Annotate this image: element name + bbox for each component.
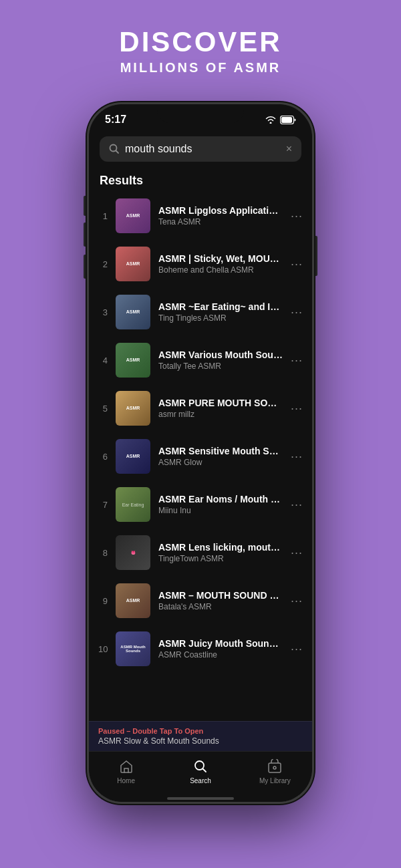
search-input[interactable]: mouth sounds — [125, 143, 281, 155]
search-tab-icon — [192, 758, 209, 774]
result-item[interactable]: 1 ASMR ASMR Lipgloss Application (.. Ten… — [89, 192, 312, 240]
result-info: ASMR | Sticky, Wet, MOUTH S... Boheme an… — [158, 253, 283, 275]
search-bar[interactable]: mouth sounds × — [100, 136, 301, 162]
result-artist: Miinu Inu — [158, 506, 283, 515]
result-thumbnail: ASMR — [116, 247, 150, 281]
result-artist: asmr millz — [158, 410, 283, 419]
result-item[interactable]: 2 ASMR ASMR | Sticky, Wet, MOUTH S... Bo… — [89, 240, 312, 288]
result-title: ASMR Lens licking, mouth so... — [158, 542, 283, 553]
phone-screen: 5:17 — [89, 104, 312, 802]
result-number: 6 — [98, 452, 108, 462]
page-subtitle: MILLIONS OF ASMR — [119, 60, 281, 76]
result-info: ASMR Various Mouth Sounds... Totally Tee… — [158, 349, 283, 371]
power-button — [315, 236, 317, 276]
svg-point-5 — [273, 766, 276, 769]
result-thumbnail: Ear Eating — [116, 487, 150, 522]
result-more-button[interactable]: ··· — [291, 209, 303, 223]
wifi-icon — [265, 116, 276, 124]
result-number: 3 — [98, 307, 108, 317]
result-artist: Totally Tee ASMR — [158, 361, 283, 371]
result-artist: TingleTown ASMR — [158, 554, 283, 563]
result-info: ASMR Sensitive Mouth Sound... ASMR Glow — [158, 446, 283, 467]
results-list: 1 ASMR ASMR Lipgloss Application (.. Ten… — [89, 192, 312, 721]
result-info: ASMR PURE MOUTH SOUND... asmr millz — [158, 398, 283, 419]
result-thumbnail: 👅 — [116, 535, 150, 570]
result-more-button[interactable]: ··· — [291, 353, 303, 368]
status-time: 5:17 — [105, 114, 126, 126]
tab-home[interactable]: Home — [89, 758, 163, 784]
search-bar-container: mouth sounds × — [89, 130, 312, 168]
result-item[interactable]: 9 ASMR ASMR – MOUTH SOUND TRI... Batala'… — [89, 577, 312, 625]
result-number: 9 — [98, 596, 108, 606]
result-artist: Boheme and Chella ASMR — [158, 265, 283, 275]
result-more-button[interactable]: ··· — [291, 498, 303, 512]
search-clear-button[interactable]: × — [286, 143, 292, 155]
result-number: 8 — [98, 548, 108, 558]
result-title: ASMR Lipgloss Application (.. — [158, 205, 283, 216]
home-icon — [118, 758, 134, 774]
result-info: ASMR Ear Noms / Mouth So... Miinu Inu — [158, 494, 283, 515]
result-title: ASMR Sensitive Mouth Sound... — [158, 446, 283, 456]
result-info: ASMR ~Ear Eating~ and Inte... Ting Tingl… — [158, 301, 283, 323]
result-item[interactable]: 5 ASMR ASMR PURE MOUTH SOUND... asmr mil… — [89, 384, 312, 432]
result-title: ASMR Ear Noms / Mouth So... — [158, 494, 283, 504]
results-container: Results 1 ASMR ASMR Lipgloss Application… — [89, 168, 312, 721]
result-number: 7 — [98, 500, 108, 510]
result-more-button[interactable]: ··· — [291, 257, 303, 271]
result-title: ASMR PURE MOUTH SOUND... — [158, 398, 283, 408]
phone-notch — [157, 104, 244, 123]
result-thumbnail: ASMR — [116, 583, 150, 618]
results-header: Results — [89, 168, 312, 192]
result-number: 5 — [98, 404, 108, 414]
phone-frame: 5:17 — [87, 102, 314, 804]
result-title: ASMR Various Mouth Sounds... — [158, 349, 283, 360]
tab-library-label: My Library — [259, 777, 291, 784]
result-thumbnail: ASMR — [116, 439, 150, 474]
battery-icon — [280, 116, 296, 124]
tab-search[interactable]: Search — [163, 758, 237, 784]
result-artist: ASMR Coastline — [158, 650, 283, 660]
result-more-button[interactable]: ··· — [291, 305, 303, 319]
result-number: 2 — [98, 259, 108, 269]
mute-button — [84, 196, 86, 216]
result-info: ASMR – MOUTH SOUND TRI... Batala's ASMR — [158, 590, 283, 611]
result-artist: Tena ASMR — [158, 217, 283, 227]
result-thumbnail: ASMR Mouth Sounds — [116, 631, 150, 666]
result-item[interactable]: 6 ASMR ASMR Sensitive Mouth Sound... ASM… — [89, 432, 312, 480]
result-artist: Ting Tingles ASMR — [158, 313, 283, 323]
result-info: ASMR Lens licking, mouth so... TingleTow… — [158, 542, 283, 563]
result-item[interactable]: 3 ASMR ASMR ~Ear Eating~ and Inte... Tin… — [89, 288, 312, 336]
result-item[interactable]: 7 Ear Eating ASMR Ear Noms / Mouth So...… — [89, 480, 312, 529]
tab-search-label: Search — [190, 777, 211, 784]
result-number: 4 — [98, 355, 108, 366]
tab-library[interactable]: My Library — [238, 758, 312, 784]
home-indicator — [89, 798, 312, 802]
svg-rect-1 — [281, 117, 292, 123]
result-title: ASMR | Sticky, Wet, MOUTH S... — [158, 253, 283, 264]
result-item[interactable]: 4 ASMR ASMR Various Mouth Sounds... Tota… — [89, 336, 312, 384]
result-more-button[interactable]: ··· — [291, 546, 303, 560]
now-playing-bar[interactable]: Paused – Double Tap To Open ASMR Slow & … — [89, 721, 312, 751]
home-indicator-bar — [167, 797, 234, 800]
result-item[interactable]: 10 ASMR Mouth Sounds ASMR Juicy Mouth So… — [89, 625, 312, 673]
status-icons — [265, 116, 296, 124]
result-more-button[interactable]: ··· — [291, 642, 303, 656]
result-more-button[interactable]: ··· — [291, 450, 303, 464]
result-thumbnail: ASMR — [116, 391, 150, 426]
volume-up-button — [84, 223, 86, 247]
result-title: ASMR Juicy Mouth Sounds... — [158, 638, 283, 649]
result-title: ASMR ~Ear Eating~ and Inte... — [158, 301, 283, 312]
tab-home-label: Home — [117, 777, 135, 784]
now-playing-track-title: ASMR Slow & Soft Mouth Sounds — [98, 736, 303, 746]
library-icon — [267, 758, 283, 774]
result-item[interactable]: 8 👅 ASMR Lens licking, mouth so... Tingl… — [89, 529, 312, 577]
now-playing-paused-label: Paused – Double Tap To Open — [98, 727, 303, 735]
tab-bar: Home Search — [89, 751, 312, 798]
result-info: ASMR Lipgloss Application (.. Tena ASMR — [158, 205, 283, 227]
result-info: ASMR Juicy Mouth Sounds... ASMR Coastlin… — [158, 638, 283, 660]
search-icon — [109, 144, 120, 154]
result-more-button[interactable]: ··· — [291, 594, 303, 608]
result-more-button[interactable]: ··· — [291, 402, 303, 416]
result-artist: ASMR Glow — [158, 458, 283, 467]
result-number: 1 — [98, 211, 108, 221]
